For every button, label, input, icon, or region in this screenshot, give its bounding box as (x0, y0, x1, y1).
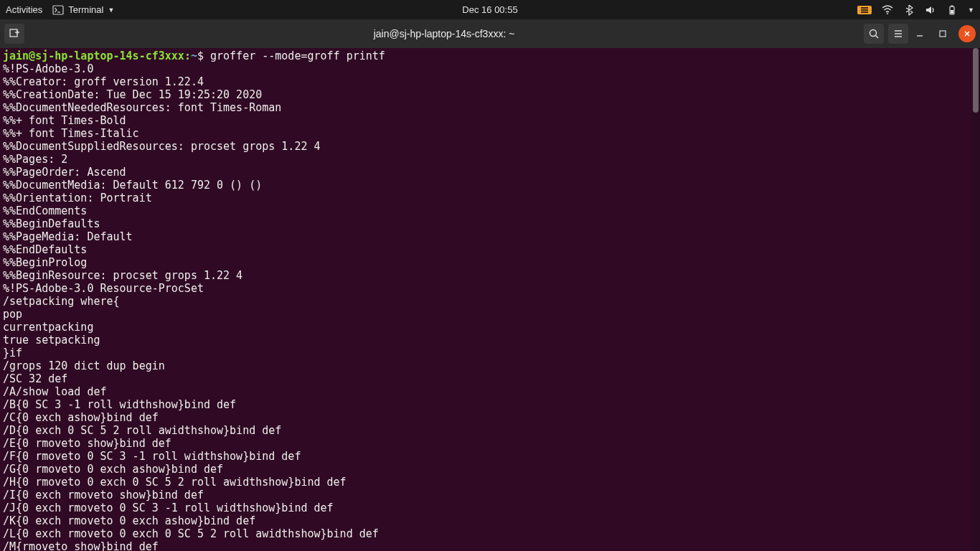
minimize-button[interactable] (913, 27, 927, 41)
svg-rect-8 (951, 10, 953, 14)
window-title: jain@sj-hp-laptop-14s-cf3xxx: ~ (29, 28, 859, 39)
close-button[interactable] (958, 25, 976, 42)
bluetooth-icon[interactable] (903, 4, 915, 16)
terminal-titlebar: jain@sj-hp-laptop-14s-cf3xxx: ~ (0, 19, 980, 48)
activities-button[interactable]: Activities (6, 4, 42, 15)
new-tab-button[interactable] (4, 24, 24, 44)
svg-line-13 (876, 36, 879, 39)
svg-rect-0 (53, 6, 63, 14)
terminal-icon (52, 4, 64, 16)
chevron-down-icon: ▼ (108, 6, 114, 14)
svg-rect-7 (951, 5, 953, 6)
terminal-output[interactable]: jain@sj-hp-laptop-14s-cf3xxx:~$ groffer … (0, 48, 971, 551)
wifi-icon[interactable] (882, 4, 893, 16)
battery-icon[interactable] (946, 4, 958, 16)
hamburger-menu-button[interactable] (888, 24, 908, 44)
svg-point-12 (870, 30, 877, 37)
terminal-area: jain@sj-hp-laptop-14s-cf3xxx:~$ groffer … (0, 48, 980, 551)
prompt-user: jain@sj-hp-laptop-14s-cf3xxx (3, 50, 184, 62)
command-text: groffer --mode=groff printf (210, 50, 385, 62)
output-lines: %!PS-Adobe-3.0 %%Creator: groff version … (3, 62, 379, 551)
scrollbar[interactable] (971, 48, 980, 551)
svg-point-5 (887, 13, 888, 14)
clock[interactable]: Dec 16 00:55 (462, 4, 517, 15)
svg-rect-18 (940, 31, 946, 37)
system-menu-chevron-icon[interactable]: ▼ (968, 6, 974, 14)
prompt-sep: : (184, 50, 191, 62)
app-menu-label: Terminal (68, 4, 103, 15)
prompt-path: ~ (191, 50, 197, 62)
prompt-symbol: $ (197, 50, 210, 62)
keyboard-indicator[interactable] (857, 6, 872, 14)
svg-rect-9 (10, 29, 17, 37)
volume-icon[interactable] (925, 4, 936, 16)
maximize-button[interactable] (936, 27, 950, 41)
search-button[interactable] (864, 24, 884, 44)
scrollbar-thumb[interactable] (973, 48, 979, 113)
app-menu[interactable]: Terminal ▼ (52, 4, 114, 16)
gnome-top-panel: Activities Terminal ▼ Dec 16 00:55 ▼ (0, 0, 980, 19)
